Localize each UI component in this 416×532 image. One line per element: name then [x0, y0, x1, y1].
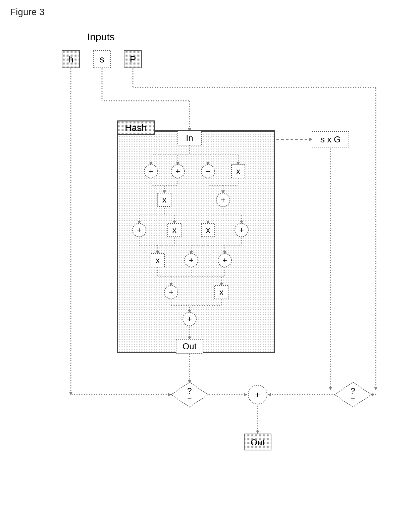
- svg-text:x: x: [206, 225, 210, 234]
- gate-r5a: +: [164, 285, 178, 299]
- svg-text:+: +: [175, 167, 180, 176]
- gate-r1c: +: [201, 165, 215, 178]
- gate-r6a: +: [183, 312, 196, 326]
- svg-text:=: =: [188, 395, 192, 403]
- svg-text:P: P: [130, 54, 136, 64]
- svg-text:+: +: [169, 287, 173, 297]
- svg-text:+: +: [189, 256, 194, 265]
- svg-text:+: +: [137, 225, 142, 234]
- comparator-right: ? =: [334, 382, 371, 407]
- svg-text:+: +: [221, 195, 225, 204]
- inputs-label: Inputs: [87, 31, 115, 42]
- comparator-left: ? =: [171, 382, 208, 407]
- svg-text:Out: Out: [183, 341, 197, 351]
- gate-r3d: +: [235, 223, 248, 237]
- gate-r4b: +: [185, 254, 198, 267]
- input-s: s: [93, 50, 111, 68]
- final-out: Out: [244, 434, 271, 450]
- svg-text:h: h: [68, 54, 73, 64]
- combiner-plus: +: [248, 385, 267, 404]
- gate-r4a: x: [151, 254, 164, 267]
- svg-text:Hash: Hash: [125, 123, 147, 133]
- gate-r1b: +: [171, 165, 185, 178]
- svg-text:+: +: [187, 314, 192, 323]
- svg-text:+: +: [149, 167, 153, 176]
- svg-text:+: +: [255, 390, 260, 400]
- svg-text:x: x: [156, 256, 160, 265]
- gate-r1d: x: [231, 165, 245, 178]
- input-P: P: [124, 50, 142, 68]
- gate-r5b: x: [215, 285, 228, 299]
- hash-out: Out: [176, 339, 203, 353]
- sxG-box: s x G: [312, 132, 349, 147]
- input-h: h: [62, 50, 80, 68]
- gate-r1a: +: [144, 165, 158, 178]
- svg-text:x: x: [219, 287, 223, 297]
- hash-in: In: [178, 131, 201, 145]
- svg-text:s x G: s x G: [320, 134, 341, 144]
- svg-text:?: ?: [187, 386, 192, 395]
- svg-text:=: =: [351, 395, 355, 403]
- diagram-svg: Inputs h s P: [0, 0, 416, 532]
- svg-text:Out: Out: [251, 437, 265, 447]
- svg-text:+: +: [222, 256, 227, 265]
- svg-text:In: In: [186, 133, 193, 143]
- svg-text:x: x: [236, 167, 240, 176]
- svg-text:?: ?: [351, 386, 355, 395]
- svg-text:s: s: [100, 54, 104, 64]
- gate-r3c: x: [201, 223, 215, 237]
- gate-r2a: x: [158, 193, 171, 207]
- gate-r3a: +: [133, 223, 146, 237]
- gate-r2b: +: [216, 193, 230, 207]
- gate-r3b: x: [168, 223, 181, 237]
- svg-text:+: +: [239, 225, 244, 234]
- gate-r4c: +: [218, 254, 231, 267]
- svg-text:x: x: [172, 225, 176, 234]
- svg-text:x: x: [162, 195, 166, 204]
- svg-text:+: +: [206, 167, 210, 176]
